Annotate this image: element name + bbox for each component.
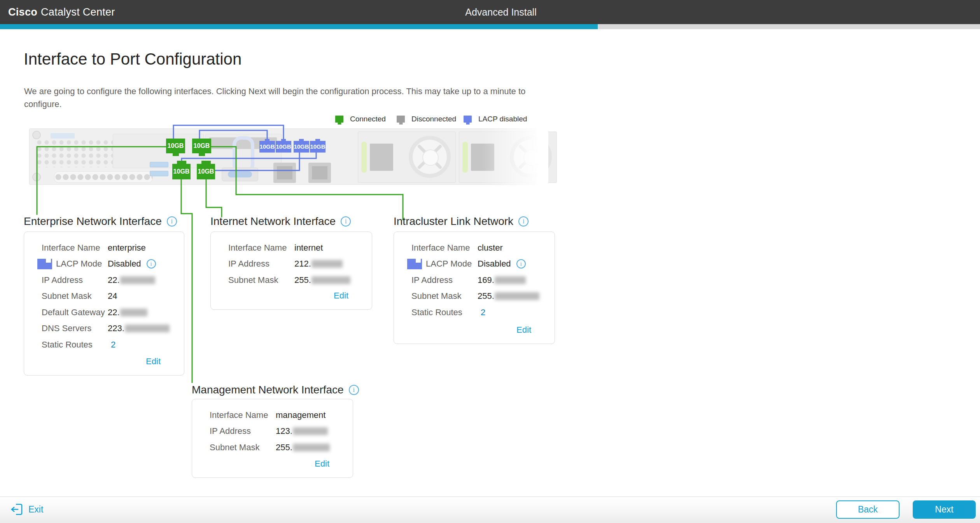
back-button[interactable]: Back <box>836 500 900 519</box>
interface-card-management: Interface NamemanagementIP Address123.Su… <box>192 399 353 478</box>
row-label: Interface Name <box>228 243 287 253</box>
psu-latch <box>361 142 367 173</box>
row-value: Disabled <box>108 259 141 269</box>
row-value: enterprise <box>108 243 146 253</box>
row-label: Interface Name <box>210 410 268 420</box>
ethernet-jack <box>273 163 296 183</box>
row-label: Subnet Mask <box>411 291 461 301</box>
row-label: IP Address <box>210 426 251 436</box>
heading-text: Management Network Interface <box>192 384 344 396</box>
fan-hub <box>422 149 439 166</box>
redacted-value <box>125 325 170 332</box>
row-value: 255. <box>478 291 494 301</box>
heading-text: Enterprise Network Interface <box>24 215 162 228</box>
legend-label: Connected <box>350 115 386 123</box>
port-10gb-enterprise: 10GB <box>166 139 185 153</box>
interface-to-port-configuration-screen: CiscoCatalyst Center Advanced Install In… <box>0 0 980 523</box>
card-row-subnet-mask: Subnet Mask24 <box>24 288 184 305</box>
card-rows: Interface NameenterpriseLACP ModeDisable… <box>24 232 184 353</box>
exit-door-icon <box>10 502 24 517</box>
lacp-port-icon <box>407 259 422 269</box>
row-label: Static Routes <box>411 307 462 318</box>
vga-pins <box>228 171 252 177</box>
edit-link[interactable]: Edit <box>146 356 161 367</box>
port-10gb-management: 10GB <box>172 164 191 179</box>
psu-latch <box>462 142 468 173</box>
power-supply <box>358 132 456 183</box>
edit-link[interactable]: Edit <box>315 459 329 469</box>
screw <box>32 131 41 139</box>
card-row-default-gateway: Default Gateway22. <box>24 304 184 321</box>
vga-connector <box>222 167 258 181</box>
legend-label: Disconnected <box>411 115 456 123</box>
row-value[interactable]: 2 <box>478 307 485 318</box>
port-10gb-lacp-1: 10GB <box>259 141 275 153</box>
row-value: 123. <box>276 426 292 436</box>
card-rows: Interface NamemanagementIP Address123.Su… <box>192 399 353 456</box>
port-10gb-internet: 10GB <box>197 164 215 179</box>
disconnected-port-icon <box>397 116 405 123</box>
info-icon[interactable]: i <box>516 259 526 269</box>
card-row-subnet-mask: Subnet Mask255. <box>192 439 353 456</box>
row-label: Static Routes <box>42 340 93 350</box>
brand-logo: CiscoCatalyst Center <box>8 6 115 18</box>
lacp-port-icon <box>37 259 52 269</box>
card-row-ip-address: IP Address22. <box>24 272 184 288</box>
row-label: Interface Name <box>42 243 100 253</box>
row-label: Subnet Mask <box>42 291 91 301</box>
info-icon[interactable]: i <box>147 259 156 269</box>
edit-link[interactable]: Edit <box>334 291 348 301</box>
internet-heading: Internet Network Interface i <box>210 215 351 228</box>
wizard-progress-track <box>0 24 980 29</box>
row-value: 212. <box>294 259 311 269</box>
brand-product: Catalyst Center <box>41 6 115 18</box>
lacp-disabled-port-icon <box>464 116 472 123</box>
exit-button[interactable]: Exit <box>10 502 43 517</box>
row-label: IP Address <box>42 275 83 285</box>
wizard-footer: Exit Back Next <box>0 497 980 523</box>
port-10gb-lacp-3: 10GB <box>294 141 309 153</box>
card-row-interface-name: Interface Nameinternet <box>211 240 372 256</box>
card-row-static-routes: Static Routes2 <box>394 304 555 321</box>
info-icon[interactable]: i <box>167 216 177 226</box>
row-value: 169. <box>478 275 494 285</box>
row-value: 22. <box>108 275 120 285</box>
row-label: Interface Name <box>411 243 470 253</box>
interface-card-internet: Interface NameinternetIP Address212.Subn… <box>210 232 372 310</box>
app-header: CiscoCatalyst Center Advanced Install <box>0 0 980 24</box>
info-icon[interactable]: i <box>341 216 351 226</box>
page-title: Interface to Port Configuration <box>24 50 242 68</box>
row-value: 255. <box>276 442 292 453</box>
server-rear-photo <box>29 128 548 185</box>
usb-port <box>150 171 168 176</box>
row-value: cluster <box>478 243 503 253</box>
enterprise-heading: Enterprise Network Interface i <box>24 215 177 228</box>
info-icon[interactable]: i <box>518 216 528 226</box>
card-row-lacp-mode: LACP ModeDisabledi <box>24 256 184 272</box>
row-label: Default Gateway <box>42 307 105 318</box>
heading-text: Intracluster Link Network <box>394 215 513 228</box>
row-value[interactable]: 2 <box>108 340 116 350</box>
row-label: LACP Mode <box>426 259 472 269</box>
legend-item-disconnected: Disconnected <box>397 113 456 125</box>
row-label: Subnet Mask <box>210 442 259 453</box>
redacted-value <box>120 276 155 284</box>
row-value: management <box>276 410 326 420</box>
card-row-ip-address: IP Address123. <box>192 423 353 440</box>
interface-card-intracluster: Interface NameclusterLACP ModeDisablediI… <box>394 232 555 344</box>
row-value: 255. <box>294 275 311 285</box>
brand-cisco: Cisco <box>8 6 37 18</box>
card-rows: Interface NameinternetIP Address212.Subn… <box>211 232 372 288</box>
connected-port-icon <box>335 116 343 123</box>
next-button[interactable]: Next <box>913 500 976 519</box>
card-row-subnet-mask: Subnet Mask255. <box>394 288 555 305</box>
port-10gb-lacp-4: 10GB <box>310 141 326 153</box>
info-icon[interactable]: i <box>349 385 359 395</box>
edit-link[interactable]: Edit <box>516 325 531 335</box>
management-heading: Management Network Interface i <box>192 384 359 396</box>
intracluster-heading: Intracluster Link Network i <box>394 215 528 228</box>
jack-opening <box>312 166 327 179</box>
wizard-title: Advanced Install <box>465 7 536 18</box>
wizard-progress-fill <box>0 24 598 29</box>
redacted-value <box>312 276 350 284</box>
